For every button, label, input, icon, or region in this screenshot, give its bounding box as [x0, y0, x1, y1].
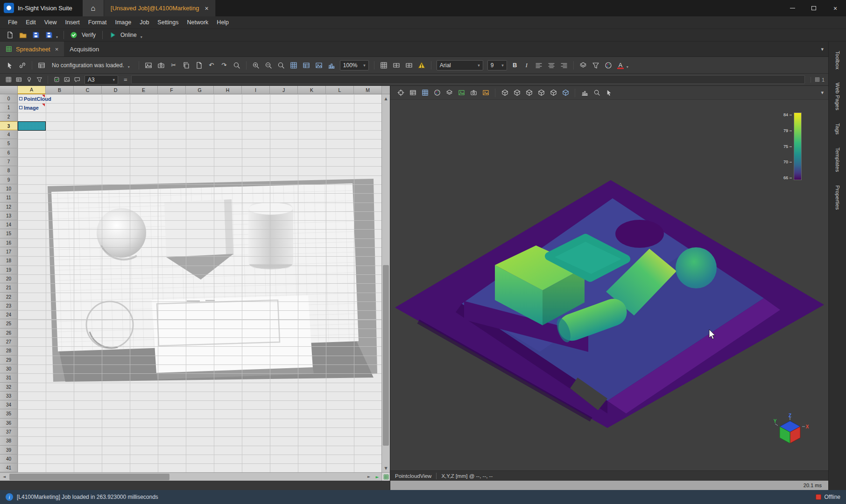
home-tab[interactable]: ⌂ [83, 0, 104, 16]
redo-icon[interactable]: ↷ [218, 60, 230, 71]
row-header-30[interactable]: 30 [0, 364, 18, 373]
font-color-button[interactable]: A [615, 60, 626, 71]
column-header-D[interactable]: D [102, 86, 130, 94]
verify-label[interactable]: Verify [82, 32, 96, 38]
tab-spreadsheet[interactable]: Spreadsheet × [0, 42, 64, 56]
row-header-11[interactable]: 11 [0, 193, 18, 202]
row-header-10[interactable]: 10 [0, 184, 18, 193]
new-job-icon[interactable] [4, 29, 16, 41]
row-header-33[interactable]: 33 [0, 392, 18, 400]
row-header-35[interactable]: 35 [0, 409, 18, 418]
column-header-L[interactable]: L [326, 86, 354, 94]
hints-icon[interactable] [24, 75, 34, 84]
named-ranges-icon[interactable] [14, 75, 23, 84]
maximize-button[interactable] [803, 0, 825, 16]
row-header-29[interactable]: 29 [0, 356, 18, 364]
error-check-icon[interactable] [416, 60, 428, 71]
configuration-dropdown[interactable]: No configuration was loaded. ▾ [49, 60, 134, 71]
row-header-37[interactable]: 37 [0, 427, 18, 436]
row-header-0[interactable]: 0 [0, 94, 18, 103]
split-cells-icon[interactable] [403, 60, 415, 71]
row-header-3[interactable]: 3 [0, 121, 18, 130]
side-tab-toolbox[interactable]: Toolbox [835, 46, 840, 75]
font-color-dropdown-icon[interactable]: ▾ [627, 65, 628, 69]
vp-pan-icon[interactable] [603, 88, 614, 98]
column-header-E[interactable]: E [130, 86, 158, 94]
undo-icon[interactable]: ↶ [205, 60, 218, 71]
cell-reference-box[interactable]: A3 ▾ [85, 75, 118, 84]
row-header-15[interactable]: 15 [0, 229, 18, 238]
column-header-G[interactable]: G [186, 86, 214, 94]
menu-job[interactable]: Job [135, 16, 153, 28]
menu-file[interactable]: File [4, 16, 21, 28]
menu-image[interactable]: Image [111, 16, 135, 28]
paste-icon[interactable] [193, 60, 205, 71]
menu-insert[interactable]: Insert [61, 16, 84, 28]
pointcloud-canvas[interactable]: 84 79 75 70 66 [390, 100, 828, 470]
column-header-H[interactable]: H [214, 86, 242, 94]
menu-format[interactable]: Format [84, 16, 111, 28]
vp-snap-icon[interactable] [419, 88, 430, 98]
column-header-F[interactable]: F [158, 86, 186, 94]
cell-state-icon[interactable] [577, 60, 589, 71]
connection-status[interactable]: Offline [816, 494, 840, 500]
horizontal-scrollbar[interactable]: ◄ ► ► [0, 472, 390, 481]
row-header-41[interactable]: 41 [0, 463, 18, 472]
zoom-fit-icon[interactable] [288, 60, 300, 71]
vp-profile-chart-icon[interactable] [579, 88, 590, 98]
menu-settings[interactable]: Settings [153, 16, 183, 28]
row-header-6[interactable]: 6 [0, 148, 18, 157]
save-dropdown-icon[interactable]: ▾ [56, 35, 58, 39]
vertical-scroll-track[interactable] [382, 103, 390, 464]
row-header-4[interactable]: 4 [0, 130, 18, 139]
vp-camera-icon[interactable] [468, 88, 479, 98]
graph-view-icon[interactable] [325, 60, 338, 71]
row-header-24[interactable]: 24 [0, 310, 18, 319]
open-job-icon[interactable] [17, 29, 29, 41]
toggle-comment-icon[interactable] [72, 75, 82, 84]
column-header-M[interactable]: M [354, 86, 382, 94]
side-tab-templates[interactable]: Templates [835, 142, 840, 177]
vp-view-front-icon[interactable] [499, 88, 510, 98]
toggle-check-icon[interactable] [52, 75, 61, 84]
vp-view-iso-icon[interactable] [560, 88, 571, 98]
vp-heightmap-icon[interactable] [480, 88, 491, 98]
bold-button[interactable]: B [509, 60, 521, 71]
font-size-select[interactable]: 9 ▾ [487, 60, 507, 70]
select-all-corner[interactable] [0, 86, 18, 94]
insert-image-icon[interactable] [142, 60, 155, 71]
row-header-34[interactable]: 34 [0, 400, 18, 409]
zoom-actual-icon[interactable] [275, 60, 287, 71]
vp-view-top-icon[interactable] [548, 88, 559, 98]
align-center-icon[interactable] [545, 60, 557, 71]
scroll-down-icon[interactable]: ▼ [382, 464, 390, 472]
row-header-36[interactable]: 36 [0, 419, 18, 427]
font-family-select[interactable]: Arial ▾ [437, 60, 483, 70]
save-as-icon[interactable] [43, 29, 55, 41]
column-header-A[interactable]: A [18, 86, 46, 94]
vp-layers-icon[interactable] [444, 88, 455, 98]
vp-view-back-icon[interactable] [511, 88, 522, 98]
zoom-region-icon[interactable] [300, 60, 312, 71]
copy-icon[interactable] [180, 60, 192, 71]
toggle-image-icon[interactable] [62, 75, 71, 84]
row-header-5[interactable]: 5 [0, 139, 18, 148]
spreadsheet-grid[interactable]: PointCloud Image [18, 94, 381, 472]
tab-close-icon[interactable]: × [55, 46, 59, 53]
row-header-40[interactable]: 40 [0, 455, 18, 463]
sheet-settings-icon[interactable] [4, 75, 13, 84]
column-header-C[interactable]: C [74, 86, 102, 94]
row-header-7[interactable]: 7 [0, 157, 18, 166]
column-header-I[interactable]: I [242, 86, 270, 94]
vp-zoom-icon[interactable] [591, 88, 602, 98]
online-label[interactable]: Online [120, 32, 137, 38]
row-header-25[interactable]: 25 [0, 319, 18, 328]
cell-color-icon[interactable] [602, 60, 614, 71]
menu-help[interactable]: Help [212, 16, 233, 28]
horizontal-scroll-track[interactable] [8, 473, 365, 481]
menu-view[interactable]: View [40, 16, 61, 28]
row-header-16[interactable]: 16 [0, 238, 18, 247]
vp-grid-icon[interactable] [407, 88, 418, 98]
side-tab-tags[interactable]: Tags [835, 118, 840, 140]
row-header-38[interactable]: 38 [0, 436, 18, 445]
